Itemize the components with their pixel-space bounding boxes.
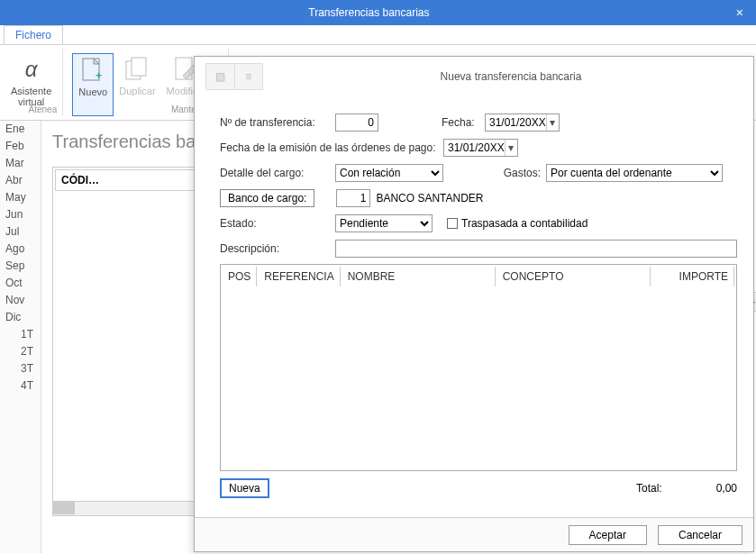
- dialog-title: Nueva transferencia bancaria: [279, 70, 742, 83]
- svg-text:+: +: [96, 69, 102, 82]
- fecha-emision-label: Fecha de la emisión de las órdenes de pa…: [220, 141, 443, 154]
- nueva-line-button[interactable]: Nueva: [220, 478, 269, 498]
- image-icon: ▨: [206, 64, 235, 89]
- col-nombre[interactable]: NOMBRE: [342, 267, 496, 286]
- detail-footer: Nueva Total: 0,00: [220, 471, 737, 505]
- nuevo-button[interactable]: + Nuevo: [72, 53, 114, 116]
- checkbox-icon: [447, 218, 458, 229]
- period-item-1t[interactable]: 1T: [0, 326, 41, 343]
- nuevo-label: Nuevo: [78, 86, 107, 97]
- traspasada-checkbox[interactable]: Traspasada a contabilidad: [447, 217, 587, 230]
- dialog-icon: ▨ ≡: [205, 63, 263, 90]
- detail-body: [223, 288, 734, 468]
- window-title: Transferencias bancarias: [7, 6, 731, 19]
- window-titlebar: Transferencias bancarias ×: [0, 0, 756, 25]
- period-item-4t[interactable]: 4T: [0, 377, 41, 395]
- col-concepto[interactable]: CONCEPTO: [497, 267, 651, 286]
- new-transfer-dialog: ▨ ≡ Nueva transferencia bancaria Nº de t…: [194, 56, 754, 552]
- dialog-body: Nº de transferencia: Fecha: 31/01/20XX▾ …: [195, 96, 753, 513]
- period-item-jun[interactable]: Jun: [0, 206, 41, 223]
- banco-cargo-button[interactable]: Banco de cargo:: [220, 189, 314, 207]
- descripcion-input[interactable]: [335, 240, 737, 258]
- period-item-mar[interactable]: Mar: [0, 155, 41, 172]
- alpha-icon: α: [17, 55, 46, 84]
- close-icon[interactable]: ×: [731, 5, 749, 20]
- group-label-atenea: Atenea: [29, 104, 58, 114]
- estado-label: Estado:: [220, 217, 335, 230]
- tab-fichero[interactable]: Fichero: [4, 25, 63, 44]
- gastos-select[interactable]: Por cuenta del ordenante: [546, 164, 723, 182]
- period-sidepanel: EneFebMarAbrMayJunJulAgoSepOctNovDic1T2T…: [0, 121, 41, 553]
- chevron-down-icon[interactable]: ▾: [505, 140, 517, 156]
- detail-table: POS REFERENCIA NOMBRE CONCEPTO IMPORTE: [220, 264, 737, 471]
- detalle-cargo-label: Detalle del cargo:: [220, 167, 335, 179]
- period-item-may[interactable]: May: [0, 189, 41, 206]
- banco-nombre-value: BANCO SANTANDER: [376, 192, 483, 204]
- fecha-input[interactable]: 31/01/20XX▾: [485, 114, 560, 132]
- period-item-abr[interactable]: Abr: [0, 172, 41, 189]
- gastos-label: Gastos:: [488, 167, 541, 179]
- svg-rect-3: [132, 58, 146, 76]
- period-item-3t[interactable]: 3T: [0, 360, 41, 377]
- period-item-feb[interactable]: Feb: [0, 138, 41, 155]
- estado-select[interactable]: Pendiente: [335, 214, 433, 232]
- ribbon-tabstrip: Fichero: [0, 25, 756, 45]
- period-item-sep[interactable]: Sep: [0, 258, 41, 275]
- total-value: 0,00: [716, 482, 737, 495]
- duplicar-label: Duplicar: [119, 86, 155, 96]
- period-item-ene[interactable]: Ene: [0, 121, 41, 138]
- duplicate-icon: [123, 55, 151, 84]
- period-item-ago[interactable]: Ago: [0, 241, 41, 258]
- period-item-dic[interactable]: Dic: [0, 309, 41, 326]
- ribbon-group-atenea: α Asistente virtual Atenea: [0, 49, 63, 116]
- total-label: Total:: [636, 482, 662, 495]
- scrollbar-thumb[interactable]: [53, 502, 75, 514]
- period-item-2t[interactable]: 2T: [0, 343, 41, 360]
- col-referencia[interactable]: REFERENCIA: [259, 267, 340, 286]
- period-item-oct[interactable]: Oct: [0, 275, 41, 292]
- descripcion-label: Descripción:: [220, 242, 335, 255]
- dialog-footer: Aceptar Cancelar: [195, 517, 753, 551]
- duplicar-button[interactable]: Duplicar: [114, 53, 160, 116]
- col-importe[interactable]: IMPORTE: [652, 267, 734, 286]
- lines-icon: ≡: [235, 64, 263, 89]
- chevron-down-icon[interactable]: ▾: [546, 114, 559, 131]
- cancel-button[interactable]: Cancelar: [658, 525, 742, 545]
- col-pos[interactable]: POS: [223, 267, 257, 286]
- banco-num-input[interactable]: [336, 189, 370, 207]
- detalle-cargo-select[interactable]: Con relación: [335, 164, 443, 182]
- fecha-emision-input[interactable]: 31/01/20XX▾: [443, 139, 518, 157]
- accept-button[interactable]: Aceptar: [569, 525, 647, 545]
- numero-label: Nº de transferencia:: [220, 116, 335, 129]
- fecha-label: Fecha:: [442, 116, 485, 129]
- numero-input[interactable]: [335, 114, 378, 132]
- dialog-header: ▨ ≡ Nueva transferencia bancaria: [195, 57, 753, 96]
- period-item-jul[interactable]: Jul: [0, 223, 41, 241]
- period-item-nov[interactable]: Nov: [0, 292, 41, 309]
- new-doc-icon: +: [78, 56, 107, 85]
